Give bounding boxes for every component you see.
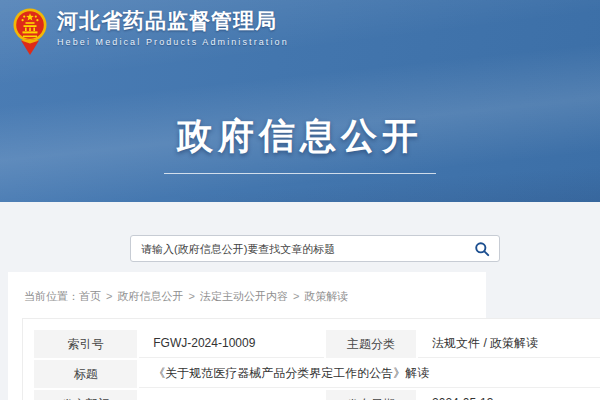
document-info-table: 索引号 FGWJ-2024-10009 主题分类 法规文件 / 政策解读 标题 … [32,328,600,400]
document-info-table-box: 索引号 FGWJ-2024-10009 主题分类 法规文件 / 政策解读 标题 … [22,318,600,400]
search-input[interactable] [131,236,465,261]
field-label-issuing-department: 发文部门 [34,390,137,400]
search-box[interactable] [130,235,500,262]
field-value-title: 《关于规范医疗器械产品分类界定工作的公告》解读 [139,360,600,388]
banner-title-underline [164,173,436,174]
field-label-title: 标题 [34,360,137,388]
breadcrumb-separator: > [106,290,112,302]
site-name-en: Hebei Medical Products Administration [57,37,289,47]
site-brand[interactable]: 河北省药品监督管理局 Hebei Medical Products Admini… [13,8,289,56]
search-section [0,202,600,272]
field-label-topic-category: 主题分类 [326,330,416,358]
field-label-publish-date: 发布日期 [326,390,416,400]
field-value-index-number: FGWJ-2024-10009 [139,330,324,358]
breadcrumb: 当前位置：首页>政府信息公开>法定主动公开内容>政策解读 [24,289,348,304]
search-button[interactable] [465,236,499,261]
china-national-emblem-icon [13,8,47,56]
breadcrumb-statutory-disclosure[interactable]: 法定主动公开内容 [200,290,288,302]
field-value-publish-date: 2024-05-13 [418,390,600,400]
breadcrumb-separator: > [188,290,194,302]
field-value-topic-category: 法规文件 / 政策解读 [418,330,600,358]
breadcrumb-label: 当前位置： [24,290,79,302]
breadcrumb-separator: > [293,290,299,302]
site-header-banner: 河北省药品监督管理局 Hebei Medical Products Admini… [0,0,600,202]
field-value-issuing-department [139,390,324,400]
field-label-index-number: 索引号 [34,330,137,358]
banner-title-wrap: 政府信息公开 [0,112,600,174]
breadcrumb-gov-info[interactable]: 政府信息公开 [117,290,183,302]
table-row: 发文部门 发布日期 2024-05-13 [34,390,600,400]
breadcrumb-policy-interpretation[interactable]: 政策解读 [304,290,348,302]
table-row: 标题 《关于规范医疗器械产品分类界定工作的公告》解读 [34,360,600,388]
breadcrumb-home[interactable]: 首页 [79,290,101,302]
search-icon [474,241,490,257]
site-name: 河北省药品监督管理局 [57,8,289,34]
page: 河北省药品监督管理局 Hebei Medical Products Admini… [0,0,600,400]
banner-title: 政府信息公开 [177,112,423,161]
table-row: 索引号 FGWJ-2024-10009 主题分类 法规文件 / 政策解读 [34,330,600,358]
site-brand-text: 河北省药品监督管理局 Hebei Medical Products Admini… [57,8,289,47]
